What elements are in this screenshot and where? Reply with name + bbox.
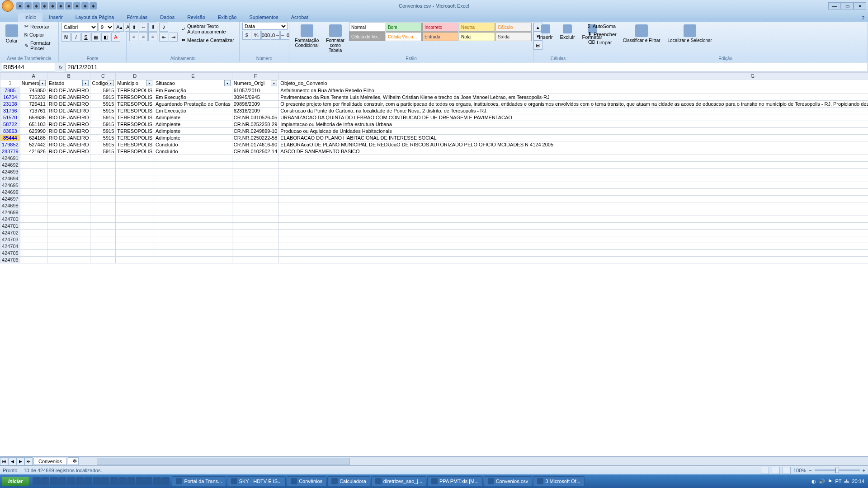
col-header[interactable]: A bbox=[20, 73, 47, 80]
tab-dados[interactable]: Dados bbox=[154, 13, 181, 22]
cell[interactable] bbox=[116, 230, 154, 236]
cell-styles-gallery[interactable]: NormalBomIncorretoNeutraCálculoCélula de… bbox=[349, 23, 532, 41]
cell[interactable]: Adimplente bbox=[154, 128, 232, 135]
sheet-nav-first[interactable]: ⏮ bbox=[0, 457, 8, 465]
cell[interactable] bbox=[232, 250, 279, 257]
cell[interactable] bbox=[20, 257, 47, 263]
cell[interactable]: CR.NR.0310526-05 bbox=[232, 114, 279, 121]
cell[interactable]: TERESOPOLIS bbox=[116, 128, 154, 135]
cell[interactable]: Adimplente bbox=[154, 114, 232, 121]
row-header[interactable]: 424697 bbox=[0, 196, 20, 202]
row-header[interactable]: 16704 bbox=[0, 94, 20, 101]
cell[interactable] bbox=[47, 169, 90, 175]
cell[interactable] bbox=[232, 189, 279, 196]
cell[interactable]: TERESOPOLIS bbox=[116, 87, 154, 94]
cell[interactable] bbox=[116, 182, 154, 189]
cell[interactable] bbox=[47, 155, 90, 162]
save-icon[interactable]: ◆ bbox=[16, 2, 24, 9]
cell[interactable]: Producao ou Aquisicao de Unidades Habita… bbox=[279, 128, 868, 135]
cell[interactable] bbox=[154, 202, 232, 209]
cell[interactable] bbox=[90, 155, 116, 162]
font-color-button[interactable]: A bbox=[111, 33, 120, 42]
open-icon[interactable]: ◆ bbox=[49, 2, 56, 9]
cell[interactable] bbox=[47, 162, 90, 169]
clear-button[interactable]: ⌫Limpar bbox=[586, 38, 618, 46]
row-header[interactable]: 424693 bbox=[0, 169, 20, 175]
ql-icon[interactable] bbox=[33, 477, 41, 485]
cell[interactable] bbox=[20, 223, 47, 230]
cell[interactable] bbox=[279, 202, 868, 209]
cell-style[interactable]: Célula de Ve... bbox=[349, 32, 385, 41]
sheet-nav-prev[interactable]: ◀ bbox=[8, 457, 16, 465]
align-middle-button[interactable]: ↔ bbox=[139, 23, 148, 32]
underline-button[interactable]: S bbox=[81, 33, 90, 42]
zoom-slider[interactable] bbox=[815, 469, 860, 471]
cell[interactable]: URBANIZACAO DA QUINTA DO LEBRAO COM CONT… bbox=[279, 114, 868, 121]
cell[interactable] bbox=[20, 162, 47, 169]
tray-icon[interactable]: 🔊 bbox=[819, 479, 825, 484]
row-header[interactable]: 424705 bbox=[0, 250, 20, 257]
cell[interactable] bbox=[90, 162, 116, 169]
bold-button[interactable]: N bbox=[61, 33, 71, 42]
cell[interactable]: O presente projeto tem por finalidade co… bbox=[279, 101, 868, 108]
cell[interactable]: 745850 bbox=[20, 87, 47, 94]
align-top-button[interactable]: ⬆ bbox=[129, 23, 138, 32]
cell[interactable] bbox=[90, 202, 116, 209]
ql-icon[interactable] bbox=[144, 477, 152, 485]
ql-icon[interactable] bbox=[75, 477, 84, 485]
tab-layout da página[interactable]: Layout da Página bbox=[69, 13, 121, 22]
cell[interactable] bbox=[154, 243, 232, 250]
cell[interactable] bbox=[47, 230, 90, 236]
currency-button[interactable]: $ bbox=[242, 31, 251, 40]
autosum-button[interactable]: ΣAutoSoma bbox=[586, 23, 618, 30]
clock[interactable]: 20:14 bbox=[852, 479, 864, 484]
decrease-indent-button[interactable]: ⇤ bbox=[159, 33, 168, 42]
taskbar-item[interactable]: Calculadora bbox=[327, 476, 370, 486]
grow-font-button[interactable]: A▴ bbox=[115, 23, 124, 32]
cell-style[interactable]: Bom bbox=[386, 23, 422, 32]
cell[interactable] bbox=[116, 236, 154, 243]
cell[interactable] bbox=[232, 196, 279, 202]
row-header[interactable]: 424698 bbox=[0, 202, 20, 209]
spreadsheet-grid[interactable]: ABCDEFGHIJKLMNOPQRSTU1Numero▾Estado▾Codi… bbox=[0, 72, 868, 456]
view-pagebreak-button[interactable] bbox=[783, 467, 791, 474]
tab-revisão[interactable]: Revisão bbox=[181, 13, 212, 22]
cell[interactable] bbox=[20, 202, 47, 209]
cell[interactable] bbox=[279, 257, 868, 263]
horizontal-scrollbar[interactable] bbox=[97, 458, 868, 465]
cell[interactable] bbox=[279, 243, 868, 250]
cell[interactable] bbox=[279, 175, 868, 182]
cell[interactable] bbox=[20, 216, 47, 223]
cell[interactable] bbox=[279, 155, 868, 162]
cell[interactable] bbox=[90, 257, 116, 263]
ql-icon[interactable] bbox=[84, 477, 92, 485]
cell[interactable]: 5915 bbox=[90, 114, 116, 121]
cell[interactable] bbox=[20, 250, 47, 257]
cell[interactable]: 61057/2010 bbox=[232, 87, 279, 94]
cell[interactable]: Implantacao ou Melhoria de Infra estrutu… bbox=[279, 121, 868, 128]
ql-icon[interactable] bbox=[67, 477, 75, 485]
cell[interactable] bbox=[47, 236, 90, 243]
filter-dropdown-icon[interactable]: ▾ bbox=[108, 80, 114, 86]
cell[interactable]: 5915 bbox=[90, 94, 116, 101]
row-header[interactable]: 424699 bbox=[0, 209, 20, 216]
tab-acrobat[interactable]: Acrobat bbox=[285, 13, 315, 22]
cell-style[interactable]: Incorreto bbox=[422, 23, 458, 32]
cell[interactable]: 651103 bbox=[20, 121, 47, 128]
cell[interactable]: RIO DE JANEIRO bbox=[47, 141, 90, 148]
cell[interactable]: 5915 bbox=[90, 108, 116, 114]
filter-cell[interactable]: Estado▾ bbox=[47, 80, 90, 87]
filter-cell[interactable]: Numero▾ bbox=[20, 80, 47, 87]
view-layout-button[interactable] bbox=[772, 467, 780, 474]
cell[interactable] bbox=[232, 243, 279, 250]
col-header[interactable]: D bbox=[116, 73, 154, 80]
align-center-button[interactable]: ≡ bbox=[139, 32, 148, 41]
cell[interactable] bbox=[154, 189, 232, 196]
col-header[interactable]: G bbox=[279, 73, 868, 80]
find-select-button[interactable]: Localizar e Selecionar bbox=[665, 23, 715, 45]
cell[interactable]: 421626 bbox=[20, 148, 47, 155]
italic-button[interactable]: I bbox=[71, 33, 80, 42]
row-header[interactable]: 424691 bbox=[0, 155, 20, 162]
row-header[interactable]: 23108 bbox=[0, 101, 20, 108]
cell[interactable]: TERESOPOLIS bbox=[116, 108, 154, 114]
